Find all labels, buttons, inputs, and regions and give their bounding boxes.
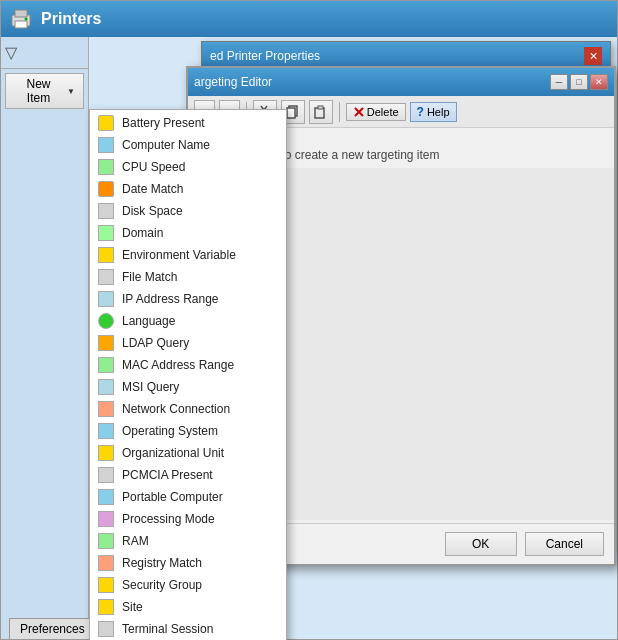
targeting-window-controls: ─ □ ✕ [550,74,608,90]
menu-label: Date Match [122,182,183,196]
menu-icon-operating-system [98,423,114,439]
menu-label: Environment Variable [122,248,236,262]
menu-icon-terminal-session [98,621,114,637]
help-icon: ? [417,105,424,119]
menu-label: Computer Name [122,138,210,152]
ok-button[interactable]: OK [445,532,517,556]
menu-label: File Match [122,270,177,284]
menu-label: Registry Match [122,556,202,570]
paste-icon [314,105,328,119]
targeting-titlebar: argeting Editor ─ □ ✕ [188,68,614,96]
menu-item-security-group[interactable]: Security Group [90,574,286,596]
menu-label: Language [122,314,175,328]
menu-item-computer-name[interactable]: Computer Name [90,134,286,156]
toolbar-separator-2 [339,102,340,122]
filter-icon: ▽ [5,43,17,62]
targeting-close-button[interactable]: ✕ [590,74,608,90]
menu-icon-msi-query [98,379,114,395]
menu-icon-ram [98,533,114,549]
svg-point-3 [25,18,28,21]
menu-icon-portable-computer [98,489,114,505]
copy-icon [286,105,300,119]
menu-icon-disk-space [98,203,114,219]
printers-window: Printers ▽ New Item ▼ Preferences ed Pri… [0,0,618,640]
menu-label: Operating System [122,424,218,438]
menu-item-network-connection[interactable]: Network Connection [90,398,286,420]
menu-item-ldap-query[interactable]: LDAP Query [90,332,286,354]
printer-props-close-button[interactable]: ✕ [584,47,602,65]
menu-icon-language [98,313,114,329]
svg-rect-1 [15,10,27,17]
new-item-label: New Item [14,77,63,105]
menu-label: Network Connection [122,402,230,416]
menu-label: Terminal Session [122,622,213,636]
menu-item-date-match[interactable]: Date Match [90,178,286,200]
menu-label: IP Address Range [122,292,219,306]
new-item-button[interactable]: New Item ▼ [5,73,84,109]
menu-label: Domain [122,226,163,240]
menu-item-terminal-session[interactable]: Terminal Session [90,618,286,640]
menu-item-battery-present[interactable]: Battery Present [90,112,286,134]
menu-label: MSI Query [122,380,179,394]
menu-label: Organizational Unit [122,446,224,460]
new-item-dropdown-menu: Battery PresentComputer NameCPU SpeedDat… [89,109,287,640]
menu-item-portable-computer[interactable]: Portable Computer [90,486,286,508]
menu-label: RAM [122,534,149,548]
menu-label: CPU Speed [122,160,185,174]
help-label: Help [427,106,450,118]
menu-icon-security-group [98,577,114,593]
targeting-maximize-button[interactable]: □ [570,74,588,90]
preferences-label: Preferences [20,622,85,636]
preferences-tab[interactable]: Preferences [9,618,96,639]
menu-item-mac-address-range[interactable]: MAC Address Range [90,354,286,376]
menu-label: Processing Mode [122,512,215,526]
menu-item-environment-variable[interactable]: Environment Variable [90,244,286,266]
menu-item-ram[interactable]: RAM [90,530,286,552]
menu-icon-site [98,599,114,615]
menu-item-site[interactable]: Site [90,596,286,618]
delete-label: Delete [367,106,399,118]
help-button[interactable]: ? Help [410,102,457,122]
menu-label: Security Group [122,578,202,592]
paste-button[interactable] [309,100,333,124]
svg-rect-11 [318,106,323,109]
menu-item-file-match[interactable]: File Match [90,266,286,288]
menu-icon-environment-variable [98,247,114,263]
menu-label: Battery Present [122,116,205,130]
targeting-minimize-button[interactable]: ─ [550,74,568,90]
printers-titlebar: Printers [1,1,617,37]
menu-icon-ldap-query [98,335,114,351]
menu-item-organizational-unit[interactable]: Organizational Unit [90,442,286,464]
menu-icon-processing-mode [98,511,114,527]
menu-item-registry-match[interactable]: Registry Match [90,552,286,574]
svg-rect-9 [287,108,295,118]
menu-item-operating-system[interactable]: Operating System [90,420,286,442]
menu-item-language[interactable]: Language [90,310,286,332]
printers-icon [9,7,33,31]
menu-icon-ip-address-range [98,291,114,307]
delete-icon [353,106,365,118]
menu-icon-pcmcia-present [98,467,114,483]
menu-label: MAC Address Range [122,358,234,372]
menu-item-disk-space[interactable]: Disk Space [90,200,286,222]
menu-icon-registry-match [98,555,114,571]
menu-label: Disk Space [122,204,183,218]
menu-icon-network-connection [98,401,114,417]
delete-button[interactable]: Delete [346,103,406,121]
menu-item-processing-mode[interactable]: Processing Mode [90,508,286,530]
printer-props-title: ed Printer Properties [210,49,320,63]
menu-icon-mac-address-range [98,357,114,373]
menu-icon-file-match [98,269,114,285]
menu-item-msi-query[interactable]: MSI Query [90,376,286,398]
menu-label: LDAP Query [122,336,189,350]
menu-item-ip-address-range[interactable]: IP Address Range [90,288,286,310]
left-toolbar: ▽ [1,37,88,69]
menu-item-pcmcia-present[interactable]: PCMCIA Present [90,464,286,486]
menu-item-domain[interactable]: Domain [90,222,286,244]
menu-icon-computer-name [98,137,114,153]
app-title: Printers [41,10,101,28]
svg-rect-2 [15,21,27,28]
menu-item-cpu-speed[interactable]: CPU Speed [90,156,286,178]
menu-icon-battery-present [98,115,114,131]
cancel-button[interactable]: Cancel [525,532,604,556]
